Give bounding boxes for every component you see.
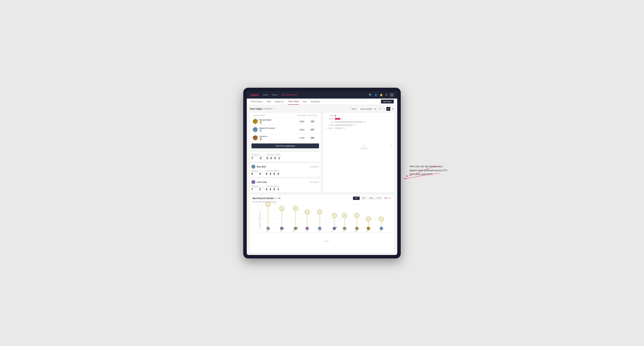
app-stat: APP 0 <box>270 156 273 160</box>
bar-fill-birdies <box>335 118 340 120</box>
practice-activities: Total Practice Activities OTT0 APP0 ARG0… <box>266 185 281 191</box>
tab-ott[interactable]: OTT <box>353 197 360 200</box>
avatar: 3 <box>253 135 258 140</box>
putt-stat: PUTT 1 <box>278 156 282 160</box>
chart-view-button[interactable]: ◫ <box>386 107 390 111</box>
ott: OTT0 <box>266 171 268 175</box>
filter-button[interactable]: ▤ <box>390 107 394 111</box>
bubble-line <box>320 214 320 227</box>
tournament-stat: Tournament 7 <box>252 187 258 191</box>
x-tick-0: 0 <box>336 145 336 146</box>
bubble-line <box>357 218 357 227</box>
bubble-item-britt: 5x R. Britt <box>317 210 322 232</box>
sub-nav: PGAT Players PGA Hcaps 1-5 Team Clippd T… <box>247 99 397 105</box>
bubble-value: 4x <box>354 213 359 218</box>
app-label: APP <box>270 156 273 157</box>
bubble-item-billingham: 6x D. Billingham <box>292 206 300 232</box>
subnav-tour[interactable]: Tour <box>302 99 307 105</box>
stats-top: Total Rounds Tournament 7 Practice <box>252 154 319 160</box>
tournament-stat: Tournament 7 <box>252 156 258 160</box>
subnav-hcaps[interactable]: Hcaps 1-5 <box>275 99 284 105</box>
tab-putt[interactable]: PUTT <box>376 197 383 200</box>
putt: PUTT0 <box>278 171 281 175</box>
view-leaderboard-button[interactable]: View Full Leaderboard <box>252 144 319 148</box>
left-column: PLAYER NAME PB SCORE PB AVG SQ 1 <box>250 113 321 192</box>
streaks-tabs: OTT APP ARG PUTT <box>353 197 392 200</box>
rounds-label: Total Rounds <box>252 170 264 171</box>
pb-avg: 103 <box>307 137 318 139</box>
y-axis-label: Best Streak, Fairway Accuracy <box>259 214 260 228</box>
user-avatar[interactable] <box>390 93 394 97</box>
stats-values: Total Rounds Tournament 7 Practice <box>252 185 319 191</box>
list-view-button[interactable]: ☰ <box>382 107 386 111</box>
subnav-pga[interactable]: PGA <box>266 99 271 105</box>
bubble-value: 6x <box>293 206 298 211</box>
bar-label-birdies: Birdies <box>325 118 335 120</box>
tournament-stat: Tournament 8 <box>252 171 258 175</box>
search-icon[interactable]: 🔍 <box>369 93 372 96</box>
x-tick-200: 200 <box>362 145 364 146</box>
subnav-pgat[interactable]: PGAT Players <box>250 99 263 105</box>
bar-row-dbogeys: D. Bogeys + 131 <box>325 127 392 129</box>
team-show-controls: Show Last 3 months ⊞ ☰ ◫ ▤ <box>352 107 394 111</box>
grid-view-button[interactable]: ⊞ <box>378 107 382 111</box>
stats-player-name: Rees Britt <box>257 166 266 168</box>
add-team-button[interactable]: Add Team <box>381 100 394 103</box>
bubble-item-ford: 4x D. Ford <box>342 213 347 232</box>
table-row[interactable]: 3 Cameron... 🥉 17/20 103 <box>252 134 319 142</box>
streaks-title-group: Best Round Streaks <box>252 197 280 199</box>
nav-teams[interactable]: Teams <box>272 93 278 96</box>
settings-icon[interactable]: ⚙ <box>385 93 388 96</box>
table-row[interactable]: 1 Richard Butler 🏅 19/20 110 <box>252 117 319 126</box>
arg-value: 0 <box>274 157 277 160</box>
period-select[interactable]: Last 3 months <box>358 107 376 111</box>
practice-stat: Practice 2 <box>259 187 264 191</box>
avatar: 2 <box>253 127 258 132</box>
tablet-frame: clippd Home Teams My Performance 🔍 👤 🔔 ⚙… <box>243 88 401 258</box>
annotation-arrow-2 <box>399 165 448 178</box>
edit-icon[interactable]: ✏ <box>273 108 275 110</box>
user-icon[interactable]: 👤 <box>374 93 377 96</box>
rounds-vals: Tournament 7 Practice 2 <box>252 187 264 191</box>
show-label: Show <box>352 108 356 110</box>
bubble-item-ebert: 7x E. Ebert <box>265 202 271 232</box>
player-info: 3 Cameron... 🥉 <box>253 135 296 141</box>
arg-stat: ARG 0 <box>274 156 277 160</box>
rank-badge: 1 <box>256 122 258 124</box>
subnav-team-clippd[interactable]: Team Clippd <box>288 99 299 105</box>
practice-stat: Practice 6 <box>260 156 264 160</box>
player-info: 1 Richard Butler 🏅 <box>253 119 296 124</box>
bell-icon[interactable]: 🔔 <box>380 93 383 96</box>
rounds-label: Total Rounds <box>252 154 264 155</box>
tab-arg[interactable]: ARG <box>368 197 375 200</box>
stats-card-top: Total Rounds Tournament 7 Practice <box>250 152 321 162</box>
tab-app[interactable]: APP <box>360 197 367 200</box>
table-header: PLAYER NAME PB SCORE PB AVG SQ <box>252 114 319 117</box>
player-name-col: Richard Butler 🏅 <box>259 119 272 124</box>
subnav-all-players[interactable]: All Players <box>310 99 320 105</box>
pb-avg: 110 <box>307 120 318 123</box>
col-pb-avg: PB AVG SQ <box>307 114 318 116</box>
bubble-line <box>282 211 282 227</box>
nav-my-performance[interactable]: My Performance <box>282 93 297 96</box>
bar-chart: Eagles 3 Birdies 96 <box>325 115 392 146</box>
bubble-value: 3x <box>366 217 371 221</box>
player-name: Richard Butler <box>259 119 272 121</box>
table-row[interactable]: 2 Edward Crossman 🥈 18/20 107 <box>252 126 319 134</box>
practice-vals: OTT0 APP0 ARG0 PUTT0 <box>266 171 281 175</box>
view-icons: ⊞ ☰ ◫ ▤ <box>378 107 394 111</box>
practice-activities-label: Total Practice Activities <box>266 154 282 155</box>
bar-label-bogeys: Bogeys <box>325 124 335 126</box>
bar-fill-bogeys <box>335 124 352 126</box>
ott: OTT0 <box>266 187 268 191</box>
stats-player-name: Josh Coles <box>257 181 267 183</box>
practice-vals: OTT0 APP0 ARG0 PUTT1 <box>266 187 281 191</box>
nav-home[interactable]: Home <box>263 93 268 96</box>
practice-stat: Practice 4 <box>259 171 264 175</box>
stats-avatar <box>252 180 255 184</box>
bar-fill-dbogeys <box>335 127 342 129</box>
ott-label: OTT <box>266 156 269 157</box>
stats-date: 26 Aug 2023 <box>310 181 319 183</box>
col-player-name: PLAYER NAME <box>253 114 296 116</box>
rounds-vals: Tournament 8 Practice 4 <box>252 171 264 175</box>
